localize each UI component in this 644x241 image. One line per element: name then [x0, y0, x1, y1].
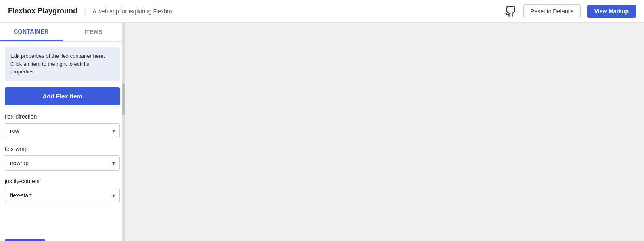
bottom-button-hint — [5, 239, 45, 241]
flex-direction-select-wrap: row row-reverse column column-reverse — [5, 123, 120, 138]
reset-defaults-button[interactable]: Reset to Defaults — [523, 4, 580, 18]
flex-wrap-label: flex-wrap — [5, 146, 120, 152]
justify-content-group: justify-content flex-start flex-end cent… — [5, 178, 120, 203]
info-box: Edit properties of the flex container he… — [5, 47, 120, 81]
info-text: Edit properties of the flex container he… — [10, 53, 105, 75]
flex-wrap-select[interactable]: nowrap wrap wrap-reverse — [5, 155, 120, 171]
flex-wrap-select-wrap: nowrap wrap wrap-reverse — [5, 155, 120, 171]
main-layout: CONTAINER ITEMS Edit properties of the f… — [0, 23, 644, 241]
flex-preview-area — [125, 23, 644, 241]
tab-bar: CONTAINER ITEMS — [0, 23, 125, 42]
flex-direction-group: flex-direction row row-reverse column co… — [5, 113, 120, 138]
add-flex-item-button[interactable]: Add Flex Item — [5, 87, 120, 105]
sidebar: CONTAINER ITEMS Edit properties of the f… — [0, 23, 125, 241]
header-divider: | — [84, 6, 86, 16]
flex-direction-select[interactable]: row row-reverse column column-reverse — [5, 123, 120, 138]
flex-wrap-group: flex-wrap nowrap wrap wrap-reverse — [5, 146, 120, 171]
sidebar-content: Edit properties of the flex container he… — [0, 42, 125, 239]
justify-content-select[interactable]: flex-start flex-end center space-between… — [5, 188, 120, 203]
justify-content-label: justify-content — [5, 178, 120, 184]
tab-items[interactable]: ITEMS — [63, 23, 125, 41]
app-header: Flexbox Playground | A web app for explo… — [0, 0, 644, 23]
flex-direction-label: flex-direction — [5, 113, 120, 120]
app-title: Flexbox Playground — [8, 7, 77, 15]
github-icon[interactable] — [504, 5, 517, 18]
view-markup-button[interactable]: View Markup — [587, 5, 636, 18]
tab-container[interactable]: CONTAINER — [0, 23, 63, 41]
scrollbar[interactable] — [122, 23, 125, 241]
scrollbar-thumb — [122, 83, 125, 115]
justify-content-select-wrap: flex-start flex-end center space-between… — [5, 188, 120, 203]
app-subtitle: A web app for exploring Flexbox — [92, 8, 173, 15]
